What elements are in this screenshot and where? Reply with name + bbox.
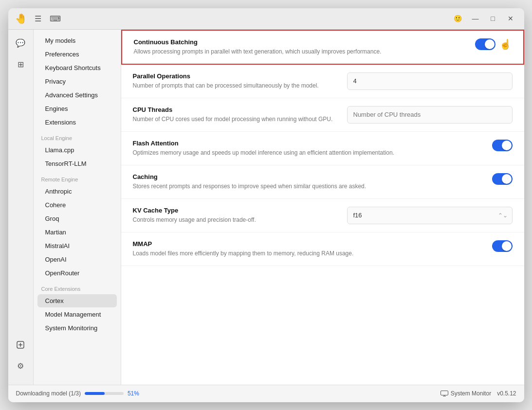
progress-percentage: 51% — [128, 390, 139, 397]
setting-row-cpu-threads: CPU Threads Number of CPU cores used for… — [121, 98, 524, 132]
smiley-button[interactable]: 🙂 — [451, 12, 465, 25]
setting-title-caching: Caching — [133, 173, 484, 180]
setting-title-continuous-batching: Continuous Batching — [134, 38, 467, 46]
chat-icon-button[interactable]: 💬 — [12, 35, 29, 52]
sidebar-item-mistralai[interactable]: MistralAI — [37, 239, 117, 252]
settings-area: Continuous Batching Allows processing pr… — [121, 30, 524, 385]
toggle-continuous-batching[interactable] — [475, 38, 495, 50]
sidebar: My models Preferences Keyboard Shortcuts… — [34, 30, 121, 385]
setting-control-kv-cache-type[interactable]: f16 f32 q4_0 q8_0 ⌃⌄ — [347, 207, 513, 224]
setting-info-kv-cache-type: KV Cache Type Controls memory usage and … — [133, 207, 339, 224]
setting-title-parallel-operations: Parallel Operations — [133, 72, 339, 80]
toggle-track-continuous-batching — [475, 38, 495, 50]
setting-desc-parallel-operations: Number of prompts that can be processed … — [133, 81, 339, 90]
app-logo-icon: 🤚 — [15, 13, 27, 24]
setting-control-continuous-batching: ☝ — [475, 38, 512, 50]
statusbar-progress: Downloading model (1/3) 51% — [16, 390, 139, 397]
download-text: Downloading model (1/3) — [16, 390, 81, 397]
setting-row-mmap: MMAP Loads model files more efficiently … — [121, 232, 524, 266]
setting-desc-continuous-batching: Allows processing prompts in parallel wi… — [134, 47, 467, 56]
toggle-track-mmap — [492, 240, 513, 252]
setting-info-flash-attention: Flash Attention Optimizes memory usage a… — [133, 140, 484, 157]
setting-info-continuous-batching: Continuous Batching Allows processing pr… — [134, 38, 467, 56]
sidebar-item-model-management[interactable]: Model Management — [37, 308, 117, 321]
monitor-icon — [440, 391, 448, 396]
sidebar-item-advanced-settings[interactable]: Advanced Settings — [37, 89, 117, 102]
setting-control-cpu-threads[interactable] — [347, 106, 513, 124]
minimize-button[interactable]: — — [469, 12, 482, 25]
setting-info-caching: Caching Stores recent prompts and respon… — [133, 173, 484, 191]
sidebar-item-anthropic[interactable]: Anthropic — [37, 185, 117, 198]
parallel-operations-input[interactable] — [347, 72, 513, 90]
setting-row-flash-attention: Flash Attention Optimizes memory usage a… — [121, 132, 524, 165]
sidebar-item-privacy[interactable]: Privacy — [37, 75, 117, 88]
setting-control-flash-attention — [492, 140, 513, 151]
sidebar-item-cohere[interactable]: Cohere — [37, 198, 117, 212]
setting-info-mmap: MMAP Loads model files more efficiently … — [133, 240, 484, 258]
setting-desc-mmap: Loads model files more efficiently by ma… — [133, 249, 484, 258]
sidebar-item-preferences[interactable]: Preferences — [37, 48, 117, 61]
toggle-caching[interactable] — [492, 173, 513, 185]
setting-title-kv-cache-type: KV Cache Type — [133, 207, 339, 214]
system-monitor-label: System Monitor — [451, 390, 491, 397]
setting-title-flash-attention: Flash Attention — [133, 140, 484, 147]
add-icon-button[interactable] — [12, 336, 29, 354]
sidebar-item-my-models[interactable]: My models — [37, 34, 117, 47]
local-engine-label: Local Engine — [34, 129, 121, 143]
sidebar-item-engines[interactable]: Engines — [37, 102, 117, 115]
toggle-mmap[interactable] — [492, 240, 513, 252]
setting-title-mmap: MMAP — [133, 240, 484, 248]
sidebar-item-system-monitoring[interactable]: System Monitoring — [37, 321, 117, 335]
titlebar: 🤚 ☰ ⌨ 🙂 — □ ✕ — [8, 8, 524, 30]
sidebar-item-openrouter[interactable]: OpenRouter — [37, 267, 117, 280]
setting-row-caching: Caching Stores recent prompts and respon… — [121, 165, 524, 199]
toggle-track-flash-attention — [492, 140, 513, 151]
cpu-threads-input[interactable] — [347, 106, 513, 124]
setting-row-parallel-operations: Parallel Operations Number of prompts th… — [121, 65, 524, 98]
sidebar-item-keyboard-shortcuts[interactable]: Keyboard Shortcuts — [37, 61, 117, 74]
setting-info-cpu-threads: CPU Threads Number of CPU cores used for… — [133, 106, 339, 124]
progress-bar-background — [85, 392, 124, 395]
sidebar-item-groq[interactable]: Groq — [37, 212, 117, 225]
version-label: v0.5.12 — [497, 390, 516, 397]
cursor-hand-icon: ☝ — [499, 38, 512, 50]
setting-control-parallel-operations[interactable] — [347, 72, 513, 90]
toggle-flash-attention[interactable] — [492, 140, 513, 151]
sidebar-item-cortex[interactable]: Cortex — [37, 294, 117, 307]
sidebar-item-llama-cpp[interactable]: Llama.cpp — [37, 143, 117, 157]
sidebar-item-extensions[interactable]: Extensions — [37, 116, 117, 129]
settings-icon-button[interactable]: ⚙ — [12, 357, 29, 375]
setting-title-cpu-threads: CPU Threads — [133, 106, 339, 113]
setting-row-kv-cache-type: KV Cache Type Controls memory usage and … — [121, 199, 524, 232]
setting-control-caching — [492, 173, 513, 185]
toggle-thumb-flash-attention — [502, 141, 512, 150]
setting-row-continuous-batching: Continuous Batching Allows processing pr… — [121, 30, 524, 65]
svg-rect-3 — [440, 391, 448, 395]
titlebar-left: 🤚 ☰ ⌨ — [15, 12, 62, 25]
setting-control-mmap — [492, 240, 513, 252]
kv-cache-type-select-wrapper: f16 f32 q4_0 q8_0 ⌃⌄ — [347, 207, 513, 224]
core-extensions-label: Core Extensions — [34, 280, 121, 294]
maximize-button[interactable]: □ — [486, 12, 500, 25]
system-monitor-button[interactable]: System Monitor — [440, 390, 491, 397]
setting-desc-caching: Stores recent prompts and responses to i… — [133, 182, 484, 191]
close-button[interactable]: ✕ — [504, 12, 517, 25]
main-content: 💬 ⊞ ⚙ My models Preferences Keyboard Sho… — [8, 30, 524, 385]
keyboard-icon[interactable]: ⌨ — [49, 12, 62, 25]
setting-desc-cpu-threads: Number of CPU cores used for model proce… — [133, 115, 339, 124]
grid-icon-button[interactable]: ⊞ — [12, 56, 29, 73]
remote-engine-label: Remote Engine — [34, 171, 121, 184]
statusbar-right: System Monitor v0.5.12 — [440, 390, 516, 397]
sidebar-item-martian[interactable]: Martian — [37, 226, 117, 239]
menu-icon[interactable]: ☰ — [31, 12, 45, 25]
toggle-thumb-mmap — [502, 241, 512, 251]
icon-bar: 💬 ⊞ ⚙ — [8, 30, 34, 385]
titlebar-right: 🙂 — □ ✕ — [451, 12, 517, 25]
setting-desc-flash-attention: Optimizes memory usage and speeds up mod… — [133, 148, 484, 157]
kv-cache-type-select[interactable]: f16 f32 q4_0 q8_0 — [347, 207, 513, 224]
app-window: 🤚 ☰ ⌨ 🙂 — □ ✕ 💬 ⊞ ⚙ My models P — [8, 8, 524, 402]
sidebar-item-openai[interactable]: OpenAI — [37, 253, 117, 266]
sidebar-item-tensorrt-llm[interactable]: TensorRT-LLM — [37, 157, 117, 170]
toggle-thumb-caching — [502, 174, 512, 184]
progress-bar-fill — [85, 392, 105, 395]
